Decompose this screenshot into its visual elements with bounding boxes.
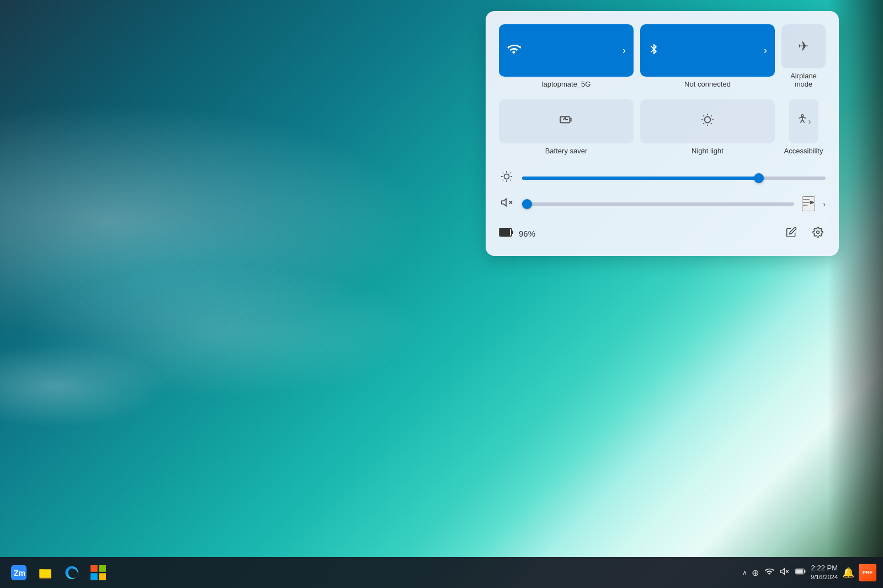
bluetooth-label: Not connected [640, 80, 775, 88]
airplane-toggle-item: ✈ Airplane mode [781, 24, 826, 88]
bluetooth-toggle-item: › Not connected [640, 24, 775, 88]
volume-expand-icon: › [823, 200, 826, 209]
accessibility-label: Accessibility [784, 147, 823, 155]
bluetooth-expand-icon: › [764, 45, 767, 56]
battery-saver-item: Battery saver [499, 99, 634, 155]
airplane-icon: ✈ [798, 39, 809, 54]
taskbar-left: Zm [7, 560, 110, 585]
accessibility-expand-icon: › [808, 117, 811, 126]
file-explorer-app[interactable] [33, 560, 57, 585]
bottom-row: 96% [499, 224, 826, 243]
accessibility-item: › Accessibility [781, 99, 826, 155]
battery-percent: 96% [519, 229, 535, 238]
svg-marker-29 [811, 201, 815, 204]
svg-line-19 [503, 173, 503, 173]
quick-settings-panel: › laptopmate_5G › Not connected ✈ Airpla… [486, 11, 839, 256]
taskbar-clock[interactable]: 2:22 PM 9/16/2024 [811, 564, 838, 581]
wifi-button[interactable]: › [499, 24, 634, 77]
bluetooth-button[interactable]: › [640, 24, 775, 77]
svg-line-20 [510, 180, 510, 180]
brightness-thumb[interactable] [754, 173, 764, 183]
accessibility-icon [796, 113, 808, 130]
battery-info: 96% [499, 227, 535, 240]
wifi-toggle-item: › laptopmate_5G [499, 24, 634, 88]
wifi-tray-icon[interactable] [764, 566, 774, 579]
battery-icon [499, 227, 514, 240]
volume-mute-icon [499, 196, 514, 211]
night-light-label: Night light [640, 147, 775, 155]
zoom-app[interactable]: Zm [7, 560, 31, 585]
svg-rect-44 [796, 569, 803, 574]
taskbar-right: ∧ ⊕ [742, 564, 876, 581]
airplane-label: Airplane mode [781, 72, 826, 88]
brightness-icon [499, 170, 514, 185]
battery-tray-icon[interactable] [795, 568, 806, 578]
features-row: Battery saver [499, 99, 826, 155]
svg-line-22 [510, 173, 510, 173]
svg-line-9 [703, 115, 704, 116]
airplane-button[interactable]: ✈ [781, 24, 826, 68]
edge-app[interactable] [60, 560, 84, 585]
svg-point-14 [504, 174, 509, 179]
svg-rect-37 [99, 565, 106, 572]
svg-text:Zm: Zm [14, 569, 25, 578]
notifications-button[interactable]: 🔔 [842, 566, 854, 579]
taskbar: Zm [0, 557, 883, 588]
svg-line-12 [711, 115, 712, 116]
svg-point-4 [705, 117, 711, 123]
volume-slider[interactable] [522, 202, 794, 206]
settings-button[interactable] [810, 224, 826, 243]
svg-line-10 [711, 123, 712, 124]
svg-rect-31 [500, 229, 510, 236]
clock-date: 9/16/2024 [811, 573, 838, 581]
bottom-action-icons [784, 224, 826, 243]
volume-tray-icon[interactable] [780, 566, 790, 579]
svg-marker-40 [781, 569, 785, 575]
svg-rect-45 [804, 570, 805, 573]
svg-line-21 [503, 180, 503, 180]
svg-rect-39 [99, 573, 106, 580]
accessibility-button[interactable]: › [789, 99, 819, 143]
svg-rect-32 [512, 231, 513, 234]
volume-output-button[interactable] [802, 196, 815, 211]
night-light-button[interactable] [640, 99, 775, 143]
svg-line-11 [703, 123, 704, 124]
system-tray-icons: ⊕ [752, 566, 806, 579]
insider-badge[interactable]: PRE [859, 564, 876, 581]
battery-saver-icon [559, 113, 573, 130]
brightness-fill [522, 177, 759, 180]
svg-rect-38 [91, 573, 98, 580]
location-icon[interactable]: ⊕ [752, 568, 759, 578]
bluetooth-icon [648, 42, 660, 60]
battery-saver-button[interactable] [499, 99, 634, 143]
connectivity-row: › laptopmate_5G › Not connected ✈ Airpla… [499, 24, 826, 88]
svg-rect-36 [91, 565, 98, 572]
night-light-item: Night light [640, 99, 775, 155]
sliders-section: › [499, 170, 826, 211]
volume-row: › [499, 196, 826, 211]
volume-thumb[interactable] [522, 199, 532, 209]
edit-button[interactable] [784, 224, 799, 243]
wifi-icon [507, 42, 521, 60]
brightness-slider[interactable] [522, 177, 826, 180]
wifi-expand-icon: › [623, 45, 626, 56]
brightness-row [499, 170, 826, 185]
clock-time: 2:22 PM [811, 564, 838, 573]
windows-store-app[interactable] [86, 560, 110, 585]
svg-marker-23 [502, 199, 506, 206]
svg-point-33 [817, 231, 820, 234]
battery-saver-label: Battery saver [499, 147, 634, 155]
night-light-icon [700, 113, 715, 130]
wifi-label: laptopmate_5G [499, 80, 634, 88]
svg-point-13 [801, 115, 804, 117]
system-tray-expand[interactable]: ∧ [742, 569, 747, 576]
insider-label: PRE [863, 570, 873, 575]
